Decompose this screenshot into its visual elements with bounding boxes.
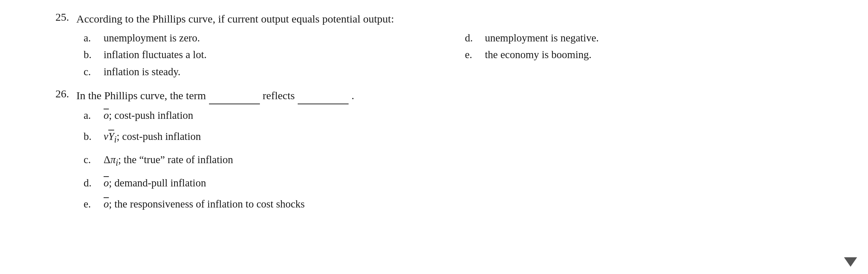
math-o-e: o xyxy=(104,198,109,210)
question-25-block: 25. According to the Phillips curve, if … xyxy=(44,11,824,79)
q26-blank-1 xyxy=(209,88,260,104)
answer-26-label-d: d. xyxy=(84,176,104,190)
math-delta-pi: Δπi xyxy=(104,154,118,165)
answer-text-a: unemployment is zero. xyxy=(104,31,443,45)
q26-reflects: reflects xyxy=(263,88,295,104)
answer-text-e: the economy is booming. xyxy=(485,47,824,62)
q26-period: . xyxy=(351,88,354,104)
math-vy: νYi xyxy=(104,130,117,142)
list-item: c. inflation is steady. xyxy=(84,64,443,79)
list-item: b. inflation fluctuates a lot. xyxy=(84,47,443,62)
q26-prefix: In the Phillips curve, the term xyxy=(76,88,206,104)
list-item: a. unemployment is zero. xyxy=(84,31,443,45)
answer-26-label-a: a. xyxy=(84,108,104,123)
question-25-answers: a. unemployment is zero. d. unemployment… xyxy=(84,31,824,79)
math-o-d: o xyxy=(104,177,109,189)
answer-26-text-d: o; demand-pull inflation xyxy=(104,176,824,190)
list-item: e. o; the responsiveness of inflation to… xyxy=(84,197,824,211)
answer-label-c: c. xyxy=(84,64,104,79)
answer-text-b: inflation fluctuates a lot. xyxy=(104,47,443,62)
answer-26-label-e: e. xyxy=(84,197,104,211)
answer-label-e: e. xyxy=(465,47,485,62)
question-25-text: According to the Phillips curve, if curr… xyxy=(76,11,824,27)
answer-26-label-c: c. xyxy=(84,152,104,167)
question-25-number: 25. xyxy=(44,11,76,23)
list-item: d. unemployment is negative. xyxy=(465,31,824,45)
answer-text-c: inflation is steady. xyxy=(104,64,443,79)
question-25-row: 25. According to the Phillips curve, if … xyxy=(44,11,824,27)
answer-26-text-b: νYi; cost-push inflation xyxy=(104,129,824,146)
answer-label-b: b. xyxy=(84,47,104,62)
list-item: e. the economy is booming. xyxy=(465,47,824,62)
answer-26-text-e: o; the responsiveness of inflation to co… xyxy=(104,197,824,211)
list-item: b. νYi; cost-push inflation xyxy=(84,129,824,146)
list-item: d. o; demand-pull inflation xyxy=(84,176,824,190)
answer-text-d: unemployment is negative. xyxy=(485,31,824,45)
q26-blank-2 xyxy=(298,88,349,104)
list-item: c. Δπi; the “true” rate of inflation xyxy=(84,152,824,169)
question-26-row: 26. In the Phillips curve, the term refl… xyxy=(44,88,824,104)
list-item: a. o; cost-push inflation xyxy=(84,108,824,123)
answer-label-a: a. xyxy=(84,31,104,45)
question-26-answers: a. o; cost-push inflation b. νYi; cost-p… xyxy=(84,108,824,211)
question-26-number: 26. xyxy=(44,88,76,100)
answer-label-d: d. xyxy=(465,31,485,45)
answer-26-label-b: b. xyxy=(84,129,104,144)
math-o-a: o xyxy=(104,109,109,121)
question-26-block: 26. In the Phillips curve, the term refl… xyxy=(44,88,824,211)
page-container: 25. According to the Phillips curve, if … xyxy=(0,0,868,235)
answer-26-text-c: Δπi; the “true” rate of inflation xyxy=(104,152,824,169)
question-26-text: In the Phillips curve, the term reflects… xyxy=(76,88,824,104)
answer-26-text-a: o; cost-push inflation xyxy=(104,108,824,123)
scroll-down-arrow[interactable] xyxy=(844,257,857,267)
